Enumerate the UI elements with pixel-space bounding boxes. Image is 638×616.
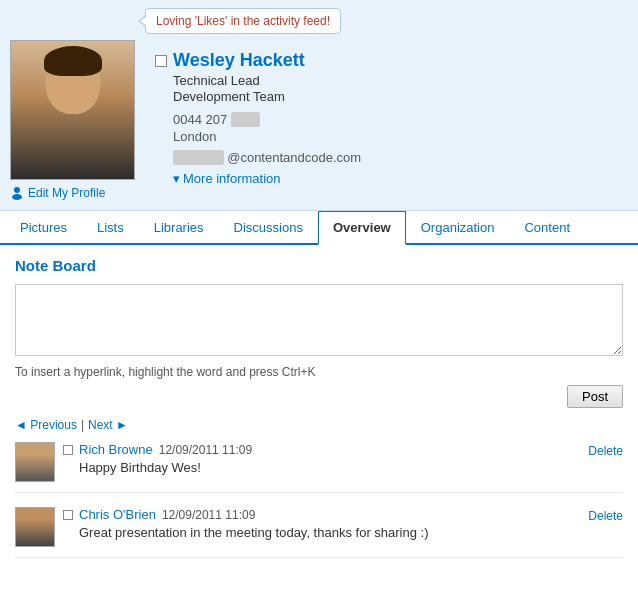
avatar-image [10,40,135,180]
comment-header-2: Chris O'Brien 12/09/2011 11:09 [63,507,580,522]
comment-author-2[interactable]: Chris O'Brien [79,507,156,522]
svg-point-1 [12,194,22,200]
edit-profile-label: Edit My Profile [28,186,105,200]
pagination-row: ◄ Previous | Next ► [15,418,623,432]
tab-organization[interactable]: Organization [406,211,510,245]
person-icon [10,186,24,200]
comment-author-1[interactable]: Rich Browne [79,442,153,457]
email-domain: @contentandcode.com [227,150,361,165]
edit-profile-link[interactable]: Edit My Profile [10,186,145,200]
email-blurred: ······· ······ [173,150,224,165]
tab-discussions[interactable]: Discussions [219,211,318,245]
more-info-label: More information [183,171,281,186]
avatar-graphic [11,41,134,179]
phone-blurred: ········ [231,112,260,127]
comment-item: Chris O'Brien 12/09/2011 11:09 Great pre… [15,507,623,558]
tab-content[interactable]: Content [509,211,585,245]
post-row: Post [15,385,623,408]
profile-phone: 0044 207 ········ [173,112,628,127]
profile-name[interactable]: Wesley Hackett [173,50,305,71]
comment-avatar-2 [15,507,55,547]
comment-presence-2 [63,510,73,520]
phone-visible: 0044 207 [173,112,227,127]
tab-lists[interactable]: Lists [82,211,139,245]
note-board-input[interactable] [15,284,623,356]
post-button[interactable]: Post [567,385,623,408]
comment-delete-2[interactable]: Delete [588,509,623,523]
avatar-column: Edit My Profile [10,40,145,200]
tab-pictures[interactable]: Pictures [5,211,82,245]
comment-body-2: Chris O'Brien 12/09/2011 11:09 Great pre… [63,507,580,540]
page-separator: | [81,418,84,432]
note-board-title: Note Board [15,257,623,274]
profile-section: Loving 'Likes' in the activity feed! Edi… [0,0,638,211]
more-info-link[interactable]: ▾ More information [173,171,628,186]
main-content: Note Board To insert a hyperlink, highli… [0,245,638,584]
profile-title: Technical Lead [173,73,628,88]
prev-link[interactable]: ◄ Previous [15,418,77,432]
tab-libraries[interactable]: Libraries [139,211,219,245]
presence-indicator [155,55,167,67]
profile-details: Wesley Hackett Technical Lead Developmen… [145,40,628,186]
chevron-icon: ▾ [173,171,180,186]
tooltip-bubble: Loving 'Likes' in the activity feed! [145,8,341,34]
comment-presence-1 [63,445,73,455]
comment-body-1: Rich Browne 12/09/2011 11:09 Happy Birth… [63,442,580,475]
profile-location: London [173,129,628,144]
comment-time-1: 12/09/2011 11:09 [159,443,252,457]
tooltip-text: Loving 'Likes' in the activity feed! [156,14,330,28]
profile-inner: Edit My Profile Wesley Hackett Technical… [10,40,628,200]
next-link[interactable]: Next ► [88,418,128,432]
comment-text-1: Happy Birthday Wes! [79,460,580,475]
note-hint: To insert a hyperlink, highlight the wor… [15,365,623,379]
comment-item: Rich Browne 12/09/2011 11:09 Happy Birth… [15,442,623,493]
nav-tabs: Pictures Lists Libraries Discussions Ove… [0,211,638,245]
comment-text-2: Great presentation in the meeting today,… [79,525,580,540]
tab-overview[interactable]: Overview [318,211,406,245]
svg-point-0 [14,187,20,193]
comment-time-2: 12/09/2011 11:09 [162,508,255,522]
profile-email: ······· ······ @contentandcode.com [173,150,628,165]
name-row: Wesley Hackett [155,50,628,71]
profile-team: Development Team [173,89,628,104]
comment-delete-1[interactable]: Delete [588,444,623,458]
comment-header-1: Rich Browne 12/09/2011 11:09 [63,442,580,457]
comment-avatar-1 [15,442,55,482]
